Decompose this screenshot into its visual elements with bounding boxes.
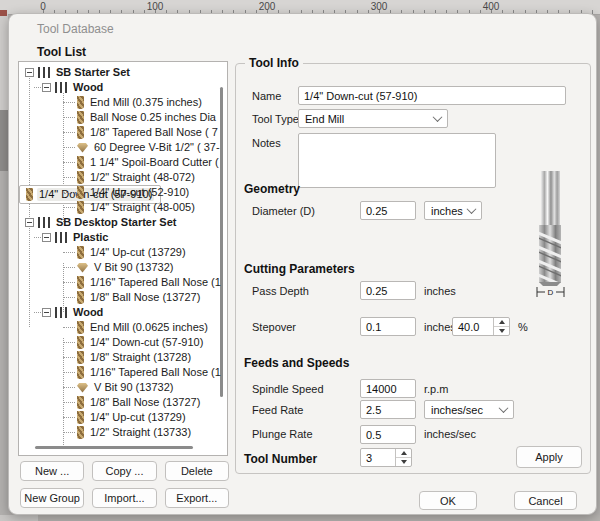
tree-item-label: End Mill (0.375 inches) [88,96,204,109]
collapse-expander-icon[interactable] [42,233,51,242]
tree-item-label: Wood [71,306,105,319]
tree-group-item[interactable]: Wood [19,305,227,320]
tool-group-icon [55,82,67,93]
tree-item-label: 1/8" Ball Nose (13727) [88,396,202,409]
tool-type-select[interactable]: End Mill [298,109,448,128]
drill-bit-icon [77,291,84,304]
tree-item-label: V Bit 90 (13732) [92,381,176,394]
feed-rate-units-select[interactable]: inches/sec [424,400,514,419]
new-group-button[interactable]: New Group [20,488,84,508]
drill-bit-icon [77,426,84,439]
tree-tool-item[interactable]: 60 Degree V-Bit 1/2" ( 37- [19,140,227,155]
import-button[interactable]: Import... [92,488,156,508]
spin-up-button[interactable] [396,449,411,458]
tree-tool-item[interactable]: 1/16" Tapered Ball Nose (1 [19,275,227,290]
stepover-percent-spinner[interactable]: 40.0 [452,317,510,336]
tree-group-item[interactable]: SB Desktop Starter Set [19,215,227,230]
tool-tree[interactable]: SB Starter SetWoodEnd Mill (0.375 inches… [18,61,228,456]
drill-bit-icon [77,111,84,124]
tree-item-label: 1/4" Straight (48-005) [88,201,197,214]
collapse-expander-icon[interactable] [42,308,51,317]
drill-bit-icon [77,246,84,259]
tree-tool-item[interactable]: End Mill (0.0625 inches) [19,320,227,335]
collapse-expander-icon[interactable] [25,218,34,227]
apply-button[interactable]: Apply [516,446,582,468]
delete-tool-button[interactable]: Delete [165,461,229,481]
tree-item-label: Plastic [71,231,110,244]
tree-horizontal-scrollbar[interactable] [35,446,193,449]
tree-group-item[interactable]: Wood [19,80,227,95]
chevron-down-icon [499,403,509,413]
tree-tool-item[interactable]: 1/8" Straight (13728) [19,350,227,365]
drill-bit-icon [77,321,84,334]
end-mill-diagram: D [528,170,572,298]
diameter-units-select[interactable]: inches [424,201,482,220]
tree-tool-item[interactable]: 1/16" Tapered Ball Nose (1 [19,365,227,380]
tree-item-label: Wood [71,81,105,94]
spin-down-button[interactable] [396,458,411,466]
tool-number-spinner[interactable]: 3 [360,448,412,467]
ruler-label: 200 [259,1,276,12]
background-corner-mark [0,10,7,16]
new-tool-button[interactable]: New ... [20,461,84,481]
tree-item-label: 1/4" Up-cut (13729) [88,411,188,424]
feed-rate-label: Feed Rate [252,404,303,417]
collapse-expander-icon[interactable] [42,83,51,92]
tree-item-label: 1/2" Straight (48-072) [88,171,197,184]
tree-tool-item[interactable]: 1/2" Straight (13733) [19,425,227,440]
feed-rate-input[interactable]: 2.5 [360,400,416,419]
stepover-value: 0.1 [366,321,381,333]
notes-label: Notes [252,137,281,150]
tree-tool-item[interactable]: 1/4" Straight (48-005) [19,200,227,215]
tree-item-label: 1/2" Straight (13733) [88,426,193,439]
tree-tool-item[interactable]: V Bit 90 (13732) [19,260,227,275]
tree-tool-item[interactable]: 1/4" Down-cut (57-910) [19,335,227,350]
notes-textarea[interactable] [298,133,496,188]
tree-item-label: SB Desktop Starter Set [54,216,178,229]
tree-tool-item[interactable]: 1/8" Tapered Ball Nose ( 7 [19,125,227,140]
tree-item-label: 1/8" Straight (13728) [88,351,193,364]
tree-group-item[interactable]: Plastic [19,230,227,245]
cutting-parameters-header: Cutting Parameters [244,262,355,276]
stepover-input[interactable]: 0.1 [360,317,416,336]
copy-tool-button[interactable]: Copy ... [92,461,156,481]
ok-button[interactable]: OK [419,491,477,510]
tree-tool-item[interactable]: 1/4" Up-cut (13729) [19,410,227,425]
drill-bit-icon [77,411,84,424]
tree-tool-item[interactable]: 1/4" Up-cut (52-910) [19,185,227,200]
drill-bit-icon [77,351,84,364]
plunge-rate-input[interactable]: 0.5 [360,425,416,444]
tree-tool-item[interactable]: 1/8" Ball Nose (13727) [19,290,227,305]
chevron-down-icon [433,112,443,122]
tree-tool-item[interactable]: Ball Nose 0.25 inches Dia [19,110,227,125]
tree-tool-item[interactable]: 1/8" Ball Nose (13727) [19,395,227,410]
collapse-expander-icon[interactable] [25,68,34,77]
resize-grip[interactable] [581,500,593,512]
spindle-speed-input[interactable]: 14000 [360,379,416,398]
tree-tool-item[interactable]: 1 1/4" Spoil-Board Cutter ( [19,155,227,170]
tree-tool-item[interactable]: V Bit 90 (13732) [19,380,227,395]
tool-number-value: 3 [361,452,395,464]
tree-item-label: 1/8" Tapered Ball Nose ( 7 [88,126,220,139]
feeds-and-speeds-header: Feeds and Speeds [244,356,349,370]
tool-group-icon [38,67,50,78]
tree-tool-item[interactable]: End Mill (0.375 inches) [19,95,227,110]
diameter-input[interactable]: 0.25 [360,201,416,220]
tree-group-item[interactable]: SB Starter Set [19,65,227,80]
tool-group-icon [55,232,67,243]
spin-down-button[interactable] [494,327,509,335]
tree-tool-item[interactable]: 1/2" Straight (48-072) [19,170,227,185]
pass-depth-units: inches [424,285,456,298]
background-bottom-strip [0,515,600,521]
spin-up-button[interactable] [494,318,509,327]
name-input[interactable]: 1/4" Down-cut (57-910) [298,86,566,105]
background-left-panel [0,14,8,521]
pass-depth-input[interactable]: 0.25 [360,281,416,300]
chevron-down-icon [467,204,477,214]
export-button[interactable]: Export... [165,488,229,508]
drill-bit-icon [77,171,84,184]
tree-item-label: 1/16" Tapered Ball Nose (1 [88,276,223,289]
tree-tool-item[interactable]: 1/4" Up-cut (13729) [19,245,227,260]
tree-item-label: SB Starter Set [54,66,132,79]
cancel-button[interactable]: Cancel [514,491,577,510]
